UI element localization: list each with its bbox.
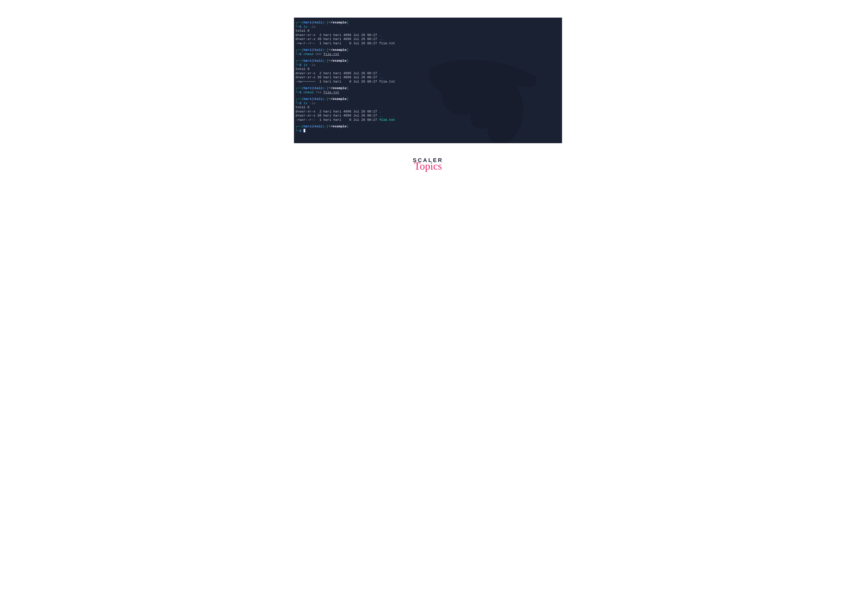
terminal-body: ┌──(hari㉿kali)-[~/example]└─$ ls -latota… xyxy=(294,21,562,133)
prompt-line-1: ┌──(hari㉿kali)-[~/example] xyxy=(294,97,562,102)
output-line: total 8 xyxy=(294,67,562,71)
prompt-line-2[interactable]: └─$ chmod 744 file.txt xyxy=(294,91,562,95)
prompt-line-1: ┌──(hari㉿kali)-[~/example] xyxy=(294,21,562,25)
command-args: -la xyxy=(307,25,316,29)
command-binary: ls xyxy=(303,63,308,67)
output-line: drwxr-xr-x 2 hari hari 4096 Jul 26 00:27… xyxy=(294,71,562,76)
logo-text-bottom: Topics xyxy=(413,162,443,171)
prompt-line-1: ┌──(hari㉿kali)-[~/example] xyxy=(294,86,562,91)
prompt-line-2[interactable]: └─$ ls -la xyxy=(294,102,562,106)
command-file-arg: file.txt xyxy=(323,91,339,94)
prompt-line-1: ┌──(hari㉿kali)-[~/example] xyxy=(294,48,562,52)
output-line: drwxr-xr-x 2 hari hari 4096 Jul 26 00:27… xyxy=(294,33,562,37)
output-line: drwxr-xr-x 36 hari hari 4096 Jul 26 00:2… xyxy=(294,37,562,42)
prompt-line-1: ┌──(hari㉿kali)-[~/example] xyxy=(294,59,562,63)
command-binary: ls xyxy=(303,102,308,105)
command-args: 744 xyxy=(313,91,323,94)
output-line: -rwxr--r-- 1 hari hari 0 Jul 26 00:27 fi… xyxy=(294,118,562,122)
output-line: -rw─────── 1 hari hari 0 Jul 26 00:27 fi… xyxy=(294,80,562,84)
brand-logo: SCALER Topics xyxy=(413,157,443,171)
command-args: 600 xyxy=(313,52,323,56)
output-line: total 8 xyxy=(294,29,562,33)
terminal-window[interactable]: ┌──(hari㉿kali)-[~/example]└─$ ls -latota… xyxy=(294,18,562,143)
output-line: drwxr-xr-x 36 hari hari 4096 Jul 26 00:2… xyxy=(294,75,562,80)
command-args: -la xyxy=(307,102,316,105)
prompt-line-2[interactable]: └─$ chmod 600 file.txt xyxy=(294,52,562,57)
prompt-line-2[interactable]: └─$ xyxy=(294,129,562,133)
output-line: -rw-r--r-- 1 hari hari 0 Jul 26 00:27 fi… xyxy=(294,42,562,46)
prompt-line-2[interactable]: └─$ ls -la xyxy=(294,63,562,68)
command-binary: ls xyxy=(303,25,308,29)
output-line: drwxr-xr-x 36 hari hari 4096 Jul 26 00:2… xyxy=(294,114,562,118)
terminal-cursor xyxy=(303,129,305,132)
prompt-line-1: ┌──(hari㉿kali)-[~/example] xyxy=(294,125,562,129)
command-binary: chmod xyxy=(303,91,314,94)
command-binary: chmod xyxy=(303,52,314,56)
command-file-arg: file.txt xyxy=(323,52,339,56)
prompt-line-2[interactable]: └─$ ls -la xyxy=(294,25,562,29)
command-args: -la xyxy=(307,63,316,67)
output-line: drwxr-xr-x 2 hari hari 4096 Jul 26 00:27… xyxy=(294,110,562,114)
output-line: total 8 xyxy=(294,105,562,110)
